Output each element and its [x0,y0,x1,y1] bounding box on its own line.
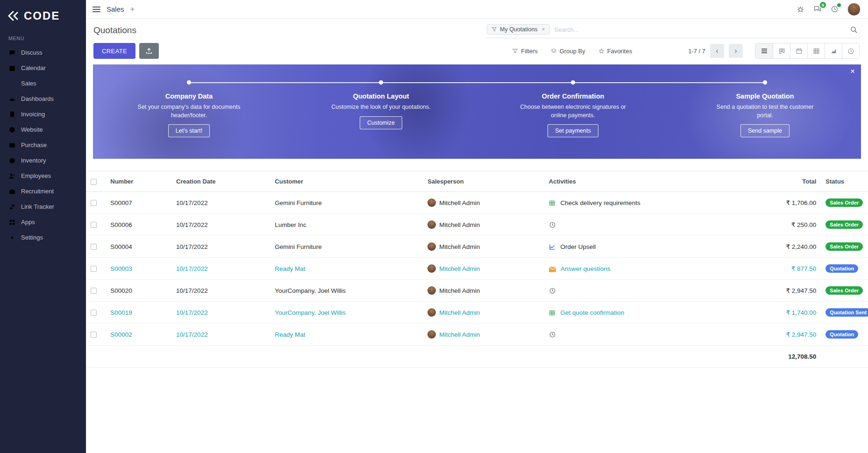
cell-salesperson[interactable]: Mitchell Admin [423,192,544,214]
activities-clock-icon[interactable] [831,5,839,13]
cell-salesperson[interactable]: Mitchell Admin [423,236,544,258]
cell-total[interactable]: ₹ 1,740.00 [748,302,821,324]
graph-view-button[interactable] [825,43,842,58]
sidebar-item[interactable]: Employees [0,168,86,184]
cell-status[interactable]: Quotation [821,324,868,346]
cell-creation-date[interactable]: 10/17/2022 [171,324,270,346]
sidebar-item[interactable]: Sales [0,76,86,91]
sidebar-item[interactable]: Invoicing [0,106,86,122]
search-icon[interactable] [850,26,858,34]
facet-remove-icon[interactable]: × [542,26,545,33]
cell-customer[interactable]: Lumber Inc [270,214,423,236]
kanban-view-button[interactable] [773,43,790,58]
cell-status[interactable]: Sales Order [821,236,868,258]
cell-salesperson[interactable]: Mitchell Admin [423,280,544,302]
cell-creation-date[interactable]: 10/17/2022 [171,258,270,280]
row-checkbox[interactable] [91,332,97,338]
row-checkbox[interactable] [91,288,97,294]
cell-status[interactable]: Quotation Sent [821,302,868,324]
cell-customer[interactable]: Gemini Furniture [270,236,423,258]
cell-salesperson[interactable]: Mitchell Admin [423,258,544,280]
cell-activities[interactable] [544,280,748,302]
cell-total[interactable]: ₹ 250.00 [748,214,821,236]
cell-number[interactable]: S00019 [106,302,171,324]
search-input[interactable] [554,26,846,34]
cell-creation-date[interactable]: 10/17/2022 [171,214,270,236]
sidebar-item[interactable]: Settings [0,230,86,245]
activity-view-button[interactable] [842,43,859,58]
cell-activities[interactable] [544,214,748,236]
current-app-name[interactable]: Sales [107,5,124,13]
pager-prev-button[interactable]: ‹ [710,44,724,58]
cell-activities[interactable] [544,324,748,346]
list-view-button[interactable] [755,43,773,58]
step-action-button[interactable]: Customize [360,116,402,129]
brand-logo[interactable]: CODE [0,0,86,29]
cell-customer[interactable]: Ready Mat [270,258,423,280]
cell-customer[interactable]: YourCompany, Joel Willis [270,280,423,302]
table-row[interactable]: S00003 10/17/2022 Ready Mat Mitchell Adm… [86,258,868,280]
cell-number[interactable]: S00004 [106,236,171,258]
cell-total[interactable]: ₹ 1,706.00 [748,192,821,214]
cell-number[interactable]: S00007 [106,192,171,214]
export-button[interactable] [139,43,159,59]
step-action-button[interactable]: Send sample [740,124,790,137]
calendar-view-button[interactable] [790,43,807,58]
header-creation-date[interactable]: Creation Date [171,171,270,192]
search-bar[interactable]: My Quotations × [486,23,860,38]
bug-icon[interactable] [797,5,804,13]
header-status[interactable]: Status [821,171,868,192]
cell-customer[interactable]: Gemini Furniture [270,192,423,214]
messages-icon[interactable]: 5 [813,5,822,13]
cell-activities[interactable]: Order Upsell [544,236,748,258]
table-row[interactable]: S00019 10/17/2022 YourCompany, Joel Will… [86,302,868,324]
table-row[interactable]: S00020 10/17/2022 YourCompany, Joel Will… [86,280,868,302]
cell-creation-date[interactable]: 10/17/2022 [171,192,270,214]
row-checkbox[interactable] [91,266,97,272]
row-checkbox[interactable] [91,244,97,250]
step-action-button[interactable]: Set payments [548,124,598,137]
cell-number[interactable]: S00006 [106,214,171,236]
cell-salesperson[interactable]: Mitchell Admin [423,302,544,324]
cell-number[interactable]: S00003 [106,258,171,280]
cell-status[interactable]: Sales Order [821,214,868,236]
table-row[interactable]: S00006 10/17/2022 Lumber Inc Mitchell Ad… [86,214,868,236]
cell-salesperson[interactable]: Mitchell Admin [423,324,544,346]
cell-creation-date[interactable]: 10/17/2022 [171,236,270,258]
user-avatar[interactable] [847,3,861,16]
sidebar-item[interactable]: Dashboards [0,91,86,106]
cell-status[interactable]: Quotation [821,258,868,280]
pivot-view-button[interactable] [807,43,825,58]
pager-next-button[interactable]: › [729,44,743,58]
cell-customer[interactable]: Ready Mat [270,324,423,346]
groupby-button[interactable]: Group By [551,48,585,55]
cell-total[interactable]: ₹ 2,240.00 [748,236,821,258]
cell-total[interactable]: ₹ 2,947.50 [748,324,821,346]
header-customer[interactable]: Customer [270,171,423,192]
apps-menu-icon[interactable] [92,7,100,12]
cell-total[interactable]: ₹ 2,947.50 [748,280,821,302]
filters-button[interactable]: Filters [512,48,537,55]
cell-activities[interactable]: Answer questions [544,258,748,280]
header-number[interactable]: Number [106,171,171,192]
cell-creation-date[interactable]: 10/17/2022 [171,302,270,324]
row-checkbox[interactable] [91,200,97,206]
search-facet[interactable]: My Quotations × [487,24,550,35]
sidebar-item[interactable]: Purchase [0,137,86,153]
header-activities[interactable]: Activities [544,171,748,192]
table-row[interactable]: S00002 10/17/2022 Ready Mat Mitchell Adm… [86,324,868,346]
sidebar-item[interactable]: Website [0,122,86,137]
cell-salesperson[interactable]: Mitchell Admin [423,214,544,236]
cell-status[interactable]: Sales Order [821,280,868,302]
header-salesperson[interactable]: Salesperson [423,171,544,192]
plus-icon[interactable]: + [130,5,135,13]
banner-close-icon[interactable]: × [850,67,855,75]
table-row[interactable]: S00007 10/17/2022 Gemini Furniture Mitch… [86,192,868,214]
cell-customer[interactable]: YourCompany, Joel Willis [270,302,423,324]
sidebar-item[interactable]: Recruitment [0,184,86,199]
step-action-button[interactable]: Let's start! [168,124,210,137]
favorites-button[interactable]: Favorites [598,48,632,55]
sidebar-item[interactable]: Discuss [0,45,86,60]
cell-activities[interactable]: Check delivery requirements [544,192,748,214]
sidebar-item[interactable]: Inventory [0,153,86,168]
